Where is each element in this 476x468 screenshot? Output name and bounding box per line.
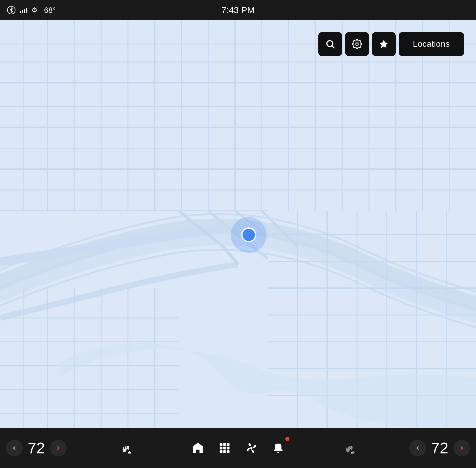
left-temperature-value: 72 — [24, 439, 48, 457]
home-button[interactable] — [186, 436, 210, 460]
status-bar: ⚙ 68° 7:43 PM — [0, 0, 476, 20]
svg-rect-60 — [227, 447, 229, 449]
notifications-button[interactable] — [266, 436, 290, 460]
user-location-indicator — [231, 217, 267, 253]
right-temp-decrease-button[interactable] — [409, 440, 426, 456]
svg-rect-62 — [223, 450, 226, 453]
fan-button[interactable] — [239, 436, 263, 460]
svg-rect-63 — [227, 450, 229, 453]
left-temp-increase-button[interactable] — [50, 440, 67, 456]
svg-rect-55 — [220, 443, 223, 446]
svg-rect-56 — [223, 443, 226, 446]
map-toolbar: Locations — [318, 32, 464, 56]
right-temp-increase-button[interactable] — [453, 440, 470, 456]
left-temp-decrease-button[interactable] — [6, 440, 23, 456]
search-button[interactable] — [318, 32, 342, 56]
apps-button[interactable] — [213, 436, 237, 460]
svg-rect-61 — [220, 450, 223, 453]
svg-line-52 — [332, 46, 334, 48]
svg-point-51 — [327, 41, 333, 47]
svg-point-53 — [356, 43, 358, 46]
settings-icon[interactable]: ⚙ — [32, 6, 37, 14]
svg-rect-59 — [223, 447, 226, 449]
right-temperature-value: 72 — [428, 439, 452, 457]
svg-point-64 — [250, 447, 252, 449]
svg-rect-57 — [227, 443, 229, 446]
left-temp-control: 72 — [6, 439, 67, 457]
map-settings-button[interactable] — [345, 32, 369, 56]
svg-marker-54 — [380, 40, 388, 48]
left-seat-heat-button[interactable] — [115, 436, 138, 460]
user-location-dot — [241, 227, 256, 242]
right-temp-control: 72 — [409, 439, 470, 457]
map-area[interactable]: Locations — [0, 20, 476, 428]
signal-icon — [20, 7, 27, 13]
locations-button[interactable]: Locations — [399, 32, 464, 56]
bluetooth-icon — [7, 6, 15, 14]
right-seat-heat-button[interactable] — [338, 436, 362, 460]
status-left: ⚙ 68° — [7, 6, 56, 15]
svg-rect-58 — [220, 447, 223, 449]
clock-display: 7:43 PM — [221, 5, 255, 15]
bottom-bar: 72 — [0, 428, 476, 468]
bottom-nav-center — [186, 436, 290, 460]
notification-badge — [285, 437, 289, 441]
temperature-display: 68° — [44, 6, 56, 15]
favorites-button[interactable] — [372, 32, 396, 56]
